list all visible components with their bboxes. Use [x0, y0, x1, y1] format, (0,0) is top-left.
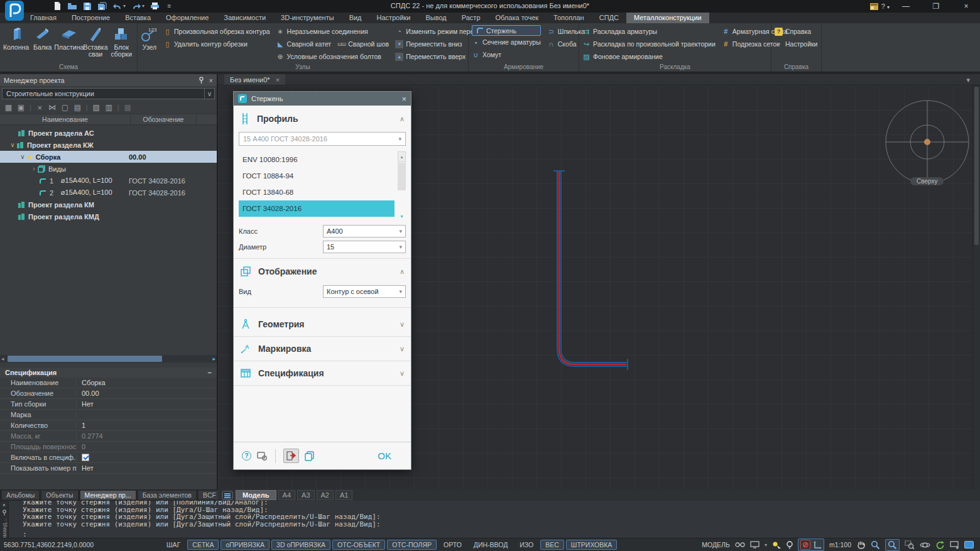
scroll-left-icon[interactable]: ◂ — [1, 356, 4, 362]
class-combo[interactable]: А400▾ — [323, 225, 406, 237]
new-window-icon[interactable]: ▣ — [17, 104, 25, 112]
combo-caret-icon[interactable]: ∨ — [204, 89, 214, 99]
profile-section-header[interactable]: Профиль ∧ — [234, 106, 411, 131]
assembly-block-button[interactable]: Блок сборки — [109, 25, 134, 58]
delete-icon[interactable]: × — [36, 104, 44, 112]
undo-caret-icon[interactable]: ▾ — [123, 3, 126, 9]
auto-insert-toggle-pressed[interactable] — [283, 449, 299, 463]
tab-vstavka[interactable]: Вставка — [117, 13, 158, 23]
tab-model[interactable]: Модель — [236, 490, 276, 500]
rod-button[interactable]: Стержень — [472, 25, 541, 36]
command-tab-label[interactable]: Команд... — [1, 518, 8, 538]
tab-project-manager[interactable]: Менеджер пр... — [80, 490, 136, 500]
background-reinforcement-button[interactable]: ▨Фоновое армирование — [582, 50, 716, 63]
help-menu-button[interactable]: ? ▾ — [881, 3, 890, 10]
project-manager-header[interactable]: Менеджер проекта × — [0, 74, 217, 86]
license-icon[interactable] — [869, 3, 879, 11]
toggle-ortho[interactable]: ОРТО — [438, 540, 467, 550]
tab-albums[interactable]: Альбомы — [1, 490, 40, 500]
tab-close-icon[interactable]: × — [276, 76, 280, 84]
space-indicator[interactable]: МОДЕЛЬ — [702, 541, 730, 548]
glasses-icon[interactable] — [735, 542, 745, 548]
geometry-section-header[interactable]: Геометрия ∨ — [234, 312, 411, 336]
column-designation[interactable]: Обозначение — [131, 114, 197, 124]
sheet-list-icon[interactable] — [221, 491, 234, 500]
paste-icon[interactable]: ▤ — [74, 104, 82, 112]
ok-button[interactable]: OK — [378, 450, 403, 461]
tab-rastr[interactable]: Растр — [454, 13, 488, 23]
column-name[interactable]: Наименование — [0, 114, 131, 124]
orbit-icon[interactable] — [920, 540, 930, 550]
list-item[interactable]: ENV 10080:1996 — [239, 151, 395, 168]
dialog-title-bar[interactable]: Стержень × — [234, 92, 411, 106]
expander-right-icon[interactable]: › — [30, 165, 38, 172]
bolt-symbols-button[interactable]: ⊕Условные обозначения болтов — [276, 50, 389, 63]
tab-zavisimosti[interactable]: Зависимости — [216, 13, 273, 23]
edit-table-icon[interactable]: ▧ — [92, 104, 101, 112]
scrollbar-thumb[interactable] — [398, 163, 406, 190]
tab-3d-instrumenty[interactable]: 3D-инструменты — [273, 13, 342, 23]
tab-oformlenie[interactable]: Оформление — [158, 13, 216, 23]
viewport-icon[interactable] — [750, 541, 760, 548]
new-file-icon[interactable] — [53, 1, 62, 11]
rebar-section-button[interactable]: ●Сечение арматуры — [472, 36, 541, 48]
close-button[interactable]: × — [952, 0, 980, 13]
save-icon[interactable] — [83, 2, 92, 11]
toggle-otrack-object[interactable]: ОТС-ОБЪЕКТ — [332, 540, 385, 550]
tab-spds[interactable]: СПДС — [592, 13, 626, 23]
compass-view-label[interactable]: Сверху — [910, 177, 944, 185]
dialog-help-icon[interactable]: ? — [242, 451, 251, 461]
collapse-chevron-icon[interactable]: ∧ — [400, 115, 405, 123]
settings-button[interactable]: ◔Настройки — [775, 38, 818, 50]
tree-item-assembly[interactable]: ∨ ★ Сборка 00.00 — [0, 151, 217, 163]
specification-section-header[interactable]: Спецификация − — [0, 368, 217, 378]
profile-name-combo[interactable]: 15 А400 ГОСТ 34028-2016▾ — [239, 132, 406, 146]
detach-icon[interactable]: ⋈ — [48, 104, 57, 112]
tab-metallokonstruktsii[interactable]: Металлоконструкции — [626, 13, 709, 23]
expand-chevron-icon[interactable]: ∨ — [400, 345, 405, 353]
axes-icon[interactable] — [813, 540, 822, 549]
pile-insert-button[interactable]: Вставка сваи — [83, 25, 107, 58]
tab-nastroyki[interactable]: Настройки — [369, 13, 418, 23]
toggle-3d-osnap[interactable]: 3D оПРИВЯЗКА — [271, 540, 330, 550]
scrollbar-thumb[interactable] — [8, 356, 162, 362]
plate-button[interactable]: Пластина — [56, 25, 82, 58]
expander-down-icon[interactable]: ∨ — [19, 153, 26, 160]
node-button[interactable]: 123Узел — [141, 25, 158, 63]
tab-a3[interactable]: A3 — [297, 490, 314, 500]
app-logo-icon[interactable] — [5, 1, 25, 22]
specification-section-header[interactable]: Спецификация ∨ — [234, 361, 411, 385]
ucs-off-icon[interactable]: ⊘ — [800, 540, 810, 550]
tree-item-project-kzh[interactable]: ∨ Проект раздела КЖ — [0, 139, 217, 151]
scroll-right-icon[interactable]: ▸ — [212, 356, 215, 362]
panel-close-icon[interactable]: × — [209, 77, 213, 84]
stirrup-button[interactable]: ∪Хомут — [472, 48, 541, 61]
list-scrollbar[interactable]: ▴ ▾ — [398, 151, 406, 218]
collapse-icon[interactable]: − — [208, 369, 212, 376]
copy-properties-icon[interactable] — [305, 451, 315, 461]
caret-icon[interactable]: ▾ — [398, 136, 401, 142]
rebar-layout-button[interactable]: ⇉Раскладка арматуры — [582, 25, 716, 38]
document-tab[interactable]: Без имени0* × — [224, 74, 285, 85]
arbitrary-contour-trim-button[interactable]: ▯Произвольная обрезка контура — [163, 25, 270, 38]
vertical-scrollbar[interactable] — [972, 85, 980, 489]
layout-by-path-button[interactable]: ↪Раскладка по произвольной траектории — [582, 38, 716, 50]
expand-chevron-icon[interactable]: ∨ — [400, 320, 405, 329]
toggle-otrack-polar[interactable]: ОТС-ПОЛЯР — [387, 540, 437, 550]
zoom-icon[interactable] — [871, 540, 880, 550]
view-combo[interactable]: Контур с осевой▾ — [323, 285, 406, 298]
print-icon[interactable] — [150, 2, 160, 10]
command-prompt[interactable]: : — [0, 530, 980, 538]
display-section-header[interactable]: Отображение ∧ — [234, 263, 411, 283]
toggle-osnap[interactable]: оПРИВЯЗКА — [220, 540, 270, 550]
regen-icon[interactable] — [935, 540, 945, 550]
marking-section-header[interactable]: A Маркировка ∨ — [234, 337, 411, 361]
tab-objects[interactable]: Объекты — [41, 490, 78, 500]
scrollbar-thumb[interactable] — [974, 87, 979, 245]
tree-item-rod-2[interactable]: 2 ⌀15А400, L=100 ГОСТ 34028-2016 — [0, 187, 217, 199]
toggle-lineweight[interactable]: ВЕС — [540, 540, 564, 550]
tab-vyvod[interactable]: Вывод — [418, 13, 454, 23]
undo-button[interactable]: ▾ — [112, 3, 126, 10]
tab-a1[interactable]: A1 — [335, 490, 352, 500]
toggle-dyn-input[interactable]: ДИН-ВВОД — [469, 540, 513, 550]
